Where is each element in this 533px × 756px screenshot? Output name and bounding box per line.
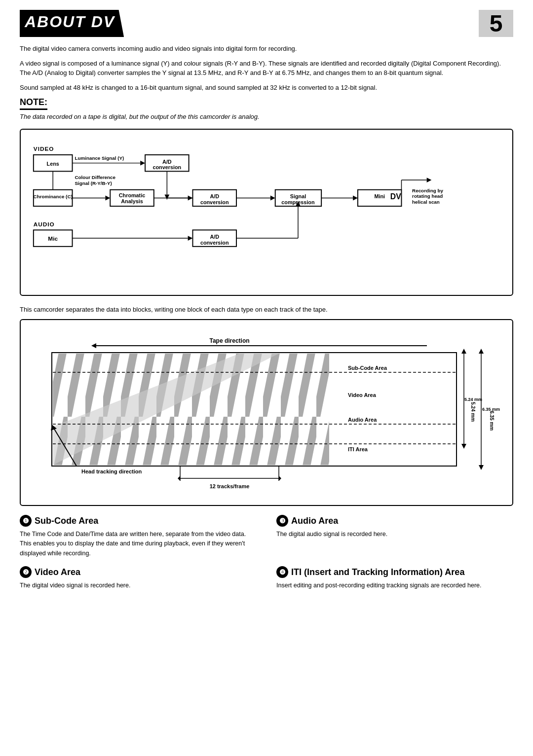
section-4-text: Insert editing and post-recording editin… [276, 581, 513, 590]
between-text: This camcorder separates the data into b… [20, 305, 513, 315]
svg-text:12 tracks/frame: 12 tracks/frame [210, 483, 250, 489]
svg-text:Recording by: Recording by [412, 187, 443, 193]
svg-marker-76 [279, 476, 281, 481]
svg-text:Chrominance (C): Chrominance (C) [34, 194, 73, 199]
svg-text:AUDIO: AUDIO [34, 220, 55, 227]
svg-marker-27 [270, 195, 275, 200]
svg-rect-60 [53, 354, 329, 465]
note-text: The data recorded on a tape is digital, … [20, 112, 513, 122]
paragraph-2: A video signal is composed of a luminanc… [20, 59, 513, 78]
svg-text:ITI Area: ITI Area [348, 446, 368, 452]
svg-text:Tape direction: Tape direction [209, 337, 249, 344]
section-3-num: ❸ [276, 515, 288, 527]
paragraph-3: Sound sampled at 48 kHz is changed to a … [20, 83, 513, 93]
svg-text:DV: DV [390, 192, 401, 201]
section-4-num: ❹ [276, 566, 288, 578]
section-3-heading: ❸ Audio Area [276, 515, 513, 527]
svg-text:A/D: A/D [162, 158, 172, 164]
svg-marker-34 [353, 195, 358, 200]
svg-text:Analysis: Analysis [121, 198, 143, 204]
svg-marker-85 [479, 465, 484, 470]
paragraph-1: The digital video camera converts incomi… [20, 44, 513, 54]
section-4: ❹ ITI (Insert and Tracking Information) … [276, 566, 513, 590]
svg-marker-43 [427, 178, 432, 182]
svg-text:A/D: A/D [210, 234, 219, 240]
svg-marker-80 [461, 349, 466, 354]
svg-text:VIDEO: VIDEO [34, 145, 54, 152]
page-header: ABOUT DV 5 [20, 10, 513, 37]
page-number: 5 [479, 10, 513, 37]
svg-text:6.35 mm: 6.35 mm [482, 407, 500, 412]
section-1-num: ❶ [20, 515, 32, 527]
tape-svg: Tape direction Sub-Code Area Video Area … [29, 328, 504, 496]
svg-text:Lens: Lens [47, 160, 59, 166]
svg-marker-75 [178, 476, 180, 481]
section-3-text: The digital audio signal is recorded her… [276, 530, 513, 539]
svg-text:Colour Difference: Colour Difference [75, 175, 115, 180]
svg-text:Chromatic: Chromatic [119, 192, 145, 198]
svg-text:helical scan: helical scan [412, 199, 440, 205]
svg-text:5.24 mm: 5.24 mm [470, 402, 476, 422]
svg-text:rotating head: rotating head [412, 193, 443, 199]
note-section: NOTE: The data recorded on a tape is dig… [20, 97, 513, 122]
svg-text:Head tracking direction: Head tracking direction [81, 468, 142, 474]
section-3: ❸ Audio Area The digital audio signal is… [276, 515, 513, 558]
section-2-num: ❷ [20, 566, 32, 578]
svg-text:Mic: Mic [48, 235, 58, 242]
svg-marker-4 [140, 160, 145, 165]
svg-marker-17 [105, 195, 110, 200]
svg-text:Video Area: Video Area [348, 392, 377, 398]
section-2-heading: ❷ Video Area [20, 566, 257, 578]
sections-grid: ❶ Sub-Code Area The Time Code and Date/T… [20, 515, 513, 591]
section-1-heading: ❶ Sub-Code Area [20, 515, 257, 527]
signal-flow-diagram: VIDEO Lens Luminance Signal (Y) A/D conv… [20, 129, 513, 296]
svg-marker-48 [188, 236, 193, 241]
note-heading: NOTE: [20, 97, 47, 110]
title-box: ABOUT DV [20, 10, 124, 37]
section-2-text: The digital video signal is recorded her… [20, 581, 257, 590]
svg-marker-56 [91, 343, 96, 348]
svg-text:Mini: Mini [374, 193, 385, 199]
svg-text:Sub-Code Area: Sub-Code Area [348, 365, 387, 371]
section-4-heading: ❹ ITI (Insert and Tracking Information) … [276, 566, 513, 578]
signal-svg: VIDEO Lens Luminance Signal (Y) A/D conv… [29, 138, 504, 286]
svg-text:Signal (R-Y/B-Y): Signal (R-Y/B-Y) [75, 180, 112, 185]
svg-text:conversion: conversion [200, 239, 229, 245]
page-title: ABOUT DV [25, 13, 115, 31]
tape-diagram: Tape direction Sub-Code Area Video Area … [20, 319, 513, 506]
section-1: ❶ Sub-Code Area The Time Code and Date/T… [20, 515, 257, 558]
section-1-text: The Time Code and Date/Time data are wri… [20, 530, 257, 558]
svg-text:5.24 mm: 5.24 mm [464, 397, 482, 402]
svg-text:Signal: Signal [290, 193, 306, 199]
svg-text:A/D: A/D [210, 193, 219, 199]
svg-marker-81 [461, 444, 466, 449]
svg-marker-84 [479, 349, 484, 354]
svg-text:conversion: conversion [200, 199, 229, 205]
svg-text:Audio Area: Audio Area [348, 417, 377, 423]
section-2: ❷ Video Area The digital video signal is… [20, 566, 257, 590]
svg-text:Luminance Signal (Y): Luminance Signal (Y) [75, 155, 124, 160]
svg-text:conversion: conversion [153, 164, 182, 170]
svg-text:6.35 mm: 6.35 mm [489, 411, 495, 431]
